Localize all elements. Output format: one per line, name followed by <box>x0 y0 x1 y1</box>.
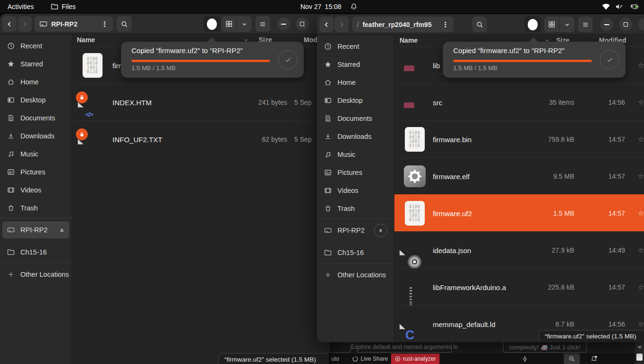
sidebar-item-starred[interactable]: Starred <box>2 55 69 73</box>
star-toggle-icon[interactable]: ☆ <box>638 320 644 328</box>
search-button[interactable] <box>117 16 131 32</box>
file-row-info-uf2-txt[interactable]: INFO_UF2.TXT 62 bytes 5 Sep <box>72 120 329 157</box>
close-button[interactable] <box>638 18 644 31</box>
scrollbar-thumb[interactable] <box>636 354 643 361</box>
view-toggle-group <box>222 16 252 32</box>
status-item-clipped[interactable]: uto <box>331 354 339 364</box>
file-row-firmware-uf2-selected[interactable]: 0100 0010 1001 0110 firmware.uf2 1.5 MB … <box>394 194 644 231</box>
star-toggle-icon[interactable]: ☆ <box>638 172 644 181</box>
sidebar-item-other-locations[interactable]: Other Locations <box>319 266 392 283</box>
grid-view-button[interactable] <box>544 17 559 32</box>
sidebar-item-other-locations[interactable]: Other Locations <box>2 266 69 283</box>
toast-check-button[interactable] <box>278 50 298 69</box>
sidebar-item-ch15-16[interactable]: Ch15-16 <box>2 244 69 261</box>
maximize-button[interactable] <box>296 18 308 30</box>
scrollbar-down-button[interactable] <box>635 342 644 353</box>
sidebar-item-videos[interactable]: Videos <box>319 182 392 199</box>
file-row-index-htm[interactable]: </> INDEX.HTM 241 bytes 5 Sep <box>72 83 329 120</box>
left-headerbar: RPI-RP2 ⋮ <box>0 14 329 34</box>
kebab-menu-icon[interactable]: ⋮ <box>442 20 449 29</box>
minimize-button[interactable] <box>600 18 613 31</box>
kebab-menu-icon[interactable]: ⋮ <box>101 20 108 28</box>
star-toggle-icon[interactable]: ☆ <box>638 209 644 218</box>
sidebar-item-documents[interactable]: Documents <box>319 110 392 127</box>
column-header-name[interactable]: Name <box>77 36 95 44</box>
sidebar-item-music[interactable]: Music <box>319 146 392 163</box>
hamburger-menu-button[interactable] <box>578 17 593 32</box>
file-row-libframeworkarduino-a[interactable]: libFrameworkArduino.a 225.8 kB 14:57 ☆ <box>394 268 644 305</box>
sidebar-item-downloads[interactable]: Downloads <box>2 127 69 145</box>
sidebar-item-pictures[interactable]: Pictures <box>319 164 392 181</box>
star-toggle-icon[interactable]: ☆ <box>638 98 644 107</box>
sidebar-item-trash[interactable]: Trash <box>319 200 392 217</box>
notifications-badge-icon[interactable] <box>590 354 597 364</box>
location-pill[interactable]: / feather_rp2040_rfm95 ⋮ <box>352 17 454 32</box>
rust-analyzer-status-button[interactable]: rust-analyzer <box>391 354 439 364</box>
sidebar-item-ch15-16[interactable]: Ch15-16 <box>319 244 392 261</box>
back-button[interactable] <box>2 16 17 32</box>
clock-menu[interactable]: Nov 27 15:08 <box>299 0 343 13</box>
volume-muted-icon[interactable] <box>613 0 626 13</box>
editor-scrollbar[interactable] <box>635 342 644 364</box>
triangle-down-icon <box>637 346 642 349</box>
battery-charging-icon[interactable] <box>625 0 641 13</box>
forward-button[interactable] <box>335 17 349 32</box>
sidebar-item-trash[interactable]: Trash <box>2 200 69 217</box>
file-size: 35 items <box>549 99 574 106</box>
activities-button[interactable]: Activities <box>6 0 36 13</box>
sidebar-item-desktop[interactable]: Desktop <box>319 92 392 109</box>
sidebar-item-downloads[interactable]: Downloads <box>319 128 392 145</box>
sidebar-item-music[interactable]: Music <box>2 146 69 163</box>
sidebar-item-rpi-rp2[interactable]: RPI-RP2 <box>2 221 69 238</box>
live-share-button[interactable]: Live Share <box>352 354 388 364</box>
star-toggle-icon[interactable]: ☆ <box>638 283 644 291</box>
operations-progress-button[interactable] <box>204 16 220 32</box>
sidebar-item-recent[interactable]: Recent <box>2 37 69 55</box>
file-row-firmware-elf[interactable]: firmware.elf 9.5 MB 14:57 ☆ <box>394 157 644 194</box>
star-toggle-icon[interactable]: ☆ <box>638 61 644 70</box>
sidebar-label: Documents <box>20 114 55 122</box>
view-options-chevron[interactable] <box>560 17 574 32</box>
star-toggle-icon[interactable]: ☆ <box>638 246 644 255</box>
location-pill[interactable]: RPI-RP2 ⋮ <box>35 16 113 32</box>
sidebar-label: Pictures <box>20 168 45 176</box>
copy-toast: Copied “firmware.uf2” to “RPI-RP2” 1.5 M… <box>121 42 304 78</box>
sidebar-item-home[interactable]: Home <box>2 73 69 91</box>
file-row-firmware-bin[interactable]: 0100 0010 1001 0110 firmware.bin 759.8 k… <box>394 120 644 157</box>
operations-progress-button[interactable] <box>524 17 541 32</box>
search-button[interactable] <box>472 17 487 32</box>
file-row-src[interactable]: src 35 items 14:56 ☆ <box>394 83 644 120</box>
sidebar-separator <box>317 218 394 219</box>
file-row-idedata-json[interactable]: idedata.json 27.9 kB 14:49 ☆ <box>394 231 644 268</box>
plumb-line-icon[interactable] <box>522 354 528 364</box>
view-options-chevron[interactable] <box>237 16 252 32</box>
grid-view-button[interactable] <box>222 16 236 32</box>
sidebar-item-recent[interactable]: Recent <box>319 38 392 55</box>
back-button[interactable] <box>319 17 334 32</box>
focused-app-menu[interactable]: Files <box>49 0 78 13</box>
ghost-hint-clipped <box>329 341 351 353</box>
music-note-icon <box>324 151 332 158</box>
toast-title: Copied “firmware.uf2” to “RPI-RP2” <box>453 46 564 55</box>
star-toggle-icon[interactable]: ☆ <box>638 135 644 144</box>
hamburger-menu-button[interactable] <box>255 16 270 32</box>
sidebar-item-pictures[interactable]: Pictures <box>2 164 69 181</box>
right-status-pill: “firmware.uf2” selected (1.5 MB) <box>539 330 644 342</box>
sidebar-item-home[interactable]: Home <box>319 74 392 91</box>
maximize-button[interactable] <box>619 18 632 31</box>
sidebar-item-starred[interactable]: Starred <box>319 56 392 73</box>
sidebar-item-rpi-rp2[interactable]: RPI-RP2 <box>319 222 392 239</box>
wifi-icon[interactable] <box>599 0 613 13</box>
eject-button[interactable] <box>374 224 387 237</box>
sidebar-item-videos[interactable]: Videos <box>2 182 69 199</box>
sidebar-item-desktop[interactable]: Desktop <box>2 91 69 109</box>
notifications-bell-icon[interactable] <box>348 0 359 13</box>
eject-icon[interactable] <box>59 227 65 233</box>
minimize-button[interactable] <box>277 18 290 30</box>
zoom-indicator-button[interactable] <box>564 354 580 364</box>
file-size: 27.9 kB <box>552 246 574 254</box>
toast-check-button[interactable] <box>600 50 619 69</box>
sidebar-item-documents[interactable]: Documents <box>2 109 69 127</box>
column-header-name[interactable]: Name <box>400 36 418 44</box>
forward-button[interactable] <box>18 16 32 32</box>
